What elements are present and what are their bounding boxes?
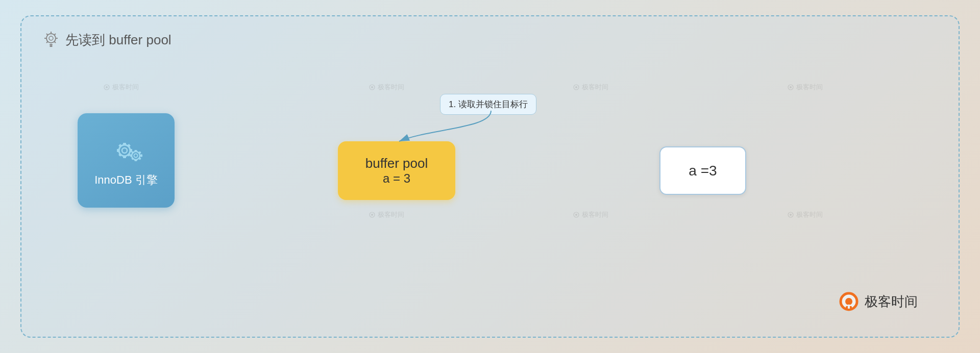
svg-rect-34 bbox=[118, 144, 121, 147]
buffer-pool-box: buffer pool a = 3 bbox=[338, 141, 455, 200]
main-container: 先读到 buffer pool 极客时间 极客时间 极客时间 极客时间 极客时间… bbox=[20, 15, 960, 338]
svg-rect-37 bbox=[127, 153, 130, 157]
svg-point-23 bbox=[575, 214, 577, 216]
svg-line-7 bbox=[55, 34, 56, 35]
logo-text: 极客时间 bbox=[865, 293, 918, 311]
svg-rect-31 bbox=[123, 156, 126, 158]
innodb-label: InnoDB 引擎 bbox=[94, 172, 158, 188]
svg-point-19 bbox=[371, 214, 373, 216]
svg-point-39 bbox=[134, 154, 137, 158]
svg-point-27 bbox=[790, 214, 792, 216]
step1-label: 1. 读取并锁住目标行 bbox=[449, 99, 528, 109]
svg-point-17 bbox=[371, 86, 373, 88]
watermark-5: 极客时间 bbox=[573, 83, 608, 92]
svg-point-51 bbox=[845, 298, 852, 305]
watermark-3: 极客时间 bbox=[369, 83, 404, 92]
svg-point-25 bbox=[790, 86, 792, 88]
svg-rect-36 bbox=[118, 153, 121, 157]
step1-callout: 1. 读取并锁住目标行 bbox=[440, 94, 536, 115]
watermark-1: 极客时间 bbox=[103, 83, 139, 92]
svg-rect-41 bbox=[134, 159, 137, 161]
watermark-4: 极客时间 bbox=[369, 210, 404, 219]
svg-rect-32 bbox=[117, 149, 119, 152]
svg-rect-40 bbox=[134, 150, 137, 152]
svg-point-21 bbox=[575, 86, 577, 88]
buffer-pool-line1: buffer pool bbox=[365, 156, 428, 171]
svg-point-0 bbox=[46, 34, 56, 43]
svg-line-8 bbox=[46, 42, 48, 43]
svg-rect-43 bbox=[140, 155, 142, 157]
svg-point-9 bbox=[49, 36, 53, 40]
svg-rect-30 bbox=[123, 143, 126, 145]
svg-rect-42 bbox=[130, 155, 132, 157]
logo-icon bbox=[838, 291, 860, 312]
svg-line-5 bbox=[46, 34, 48, 35]
svg-rect-35 bbox=[127, 144, 130, 147]
svg-rect-53 bbox=[848, 305, 850, 309]
innodb-box: InnoDB 引擎 bbox=[78, 113, 175, 208]
svg-rect-33 bbox=[130, 149, 132, 152]
watermark-7: 极客时间 bbox=[787, 83, 823, 92]
gears-icon bbox=[107, 133, 145, 166]
svg-line-6 bbox=[55, 42, 56, 43]
a3-box: a =3 bbox=[659, 146, 746, 195]
logo-area: 极客时间 bbox=[838, 291, 918, 312]
buffer-pool-line2: a = 3 bbox=[383, 171, 410, 186]
svg-point-13 bbox=[106, 86, 108, 88]
watermark-8: 极客时间 bbox=[787, 210, 823, 219]
a3-text: a =3 bbox=[689, 163, 717, 179]
svg-point-29 bbox=[122, 148, 127, 153]
lightbulb-icon bbox=[42, 31, 60, 49]
title-area: 先读到 buffer pool bbox=[42, 31, 172, 49]
page-title: 先读到 buffer pool bbox=[65, 31, 172, 49]
watermark-6: 极客时间 bbox=[573, 210, 608, 219]
